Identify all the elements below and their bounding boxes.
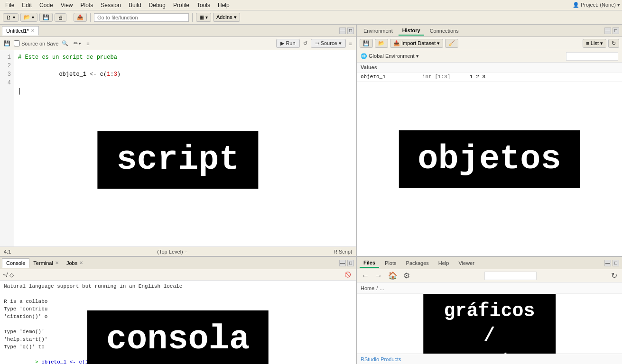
maximize-editor-button[interactable]: □ [347,27,354,34]
clear-env-button[interactable]: 🧹 [445,39,458,48]
home-button[interactable]: 🏠 [386,270,399,281]
env-search-input[interactable] [566,52,618,61]
right-panel: Environment History Connections — □ 💾 📂 … [357,25,622,364]
source-dropdown-button[interactable]: ≡ [347,40,354,47]
magic-wand-button[interactable]: ✏ ▾ [72,39,83,47]
new-file-button[interactable]: 🗋 ▾ [3,13,19,22]
script-overlay: script [97,131,258,189]
print-button[interactable]: 🖨 [55,13,66,22]
back-button[interactable]: ← [360,271,371,281]
breadcrumb-separator: / [376,285,378,291]
env-content[interactable]: Values objeto_1 int [1:3] 1 2 3 objetos [357,63,622,256]
tab-files[interactable]: Files [360,258,379,268]
editor-content[interactable]: 1 2 3 4 # Este es un script de prueba ob… [0,50,356,246]
search-editor-button[interactable]: 🔍 [60,39,70,47]
console-pane-controls: — □ [339,260,354,266]
menu-help[interactable]: Help [214,1,233,9]
jobs-close-icon[interactable]: ✕ [79,260,83,265]
tab-title: Untitled1* [6,28,29,34]
list-view-button[interactable]: ≡ List ▾ [583,39,606,48]
console-content[interactable]: Natural language support but running in … [0,281,356,364]
rstudio-products-link[interactable]: RStudio Products [361,356,401,362]
menu-debug[interactable]: Debug [146,1,169,9]
forward-button[interactable]: → [373,271,384,281]
files-content[interactable]: archivos / gráficos / paquetes / ayuda [357,294,622,354]
tab-environment[interactable]: Environment [360,27,397,35]
console-demo-label: consola [87,310,269,364]
save-history-button[interactable]: 💾 [360,39,373,48]
terminal-close-icon[interactable]: ✕ [55,260,59,265]
archivos-demo-label: archivos / gráficos / paquetes / ayuda [423,294,556,354]
goto-input[interactable] [94,13,189,22]
breadcrumb-path: ... [380,285,384,291]
editor-toolbar: 💾 Source on Save 🔍 ✏ ▾ ≡ ▶ Run ↺ ⇒ Sourc… [0,37,356,50]
objetos-demo-label: objetos [399,130,580,188]
minimize-console-button[interactable]: — [339,260,346,266]
code-line-3: objeto_1 <- c(1:3) [18,62,352,87]
minimize-editor-button[interactable]: — [339,27,346,34]
tab-history[interactable]: History [399,26,424,36]
files-search-input[interactable] [484,272,537,280]
env-toolbar: 💾 📂 📥 Import Dataset ▾ 🧹 ≡ List ▾ ↻ [357,37,622,50]
objetos-overlay: objetos [399,130,580,188]
env-variable-row[interactable]: objeto_1 int [1:3] 1 2 3 [357,73,622,82]
layout-button[interactable]: ▦ ▾ [196,13,211,22]
minimize-files-button[interactable]: — [604,260,611,266]
addins-button[interactable]: Addins ▾ [213,13,240,22]
run-button[interactable]: ▶ Run [276,39,299,48]
environment-pane: Environment History Connections — □ 💾 📂 … [357,25,622,257]
refresh-files-button[interactable]: ↻ [609,270,619,281]
source-on-save-checkbox[interactable] [14,40,20,46]
tab-plots[interactable]: Plots [381,259,400,267]
editor-tab-untitled1[interactable]: Untitled1* ✕ [2,26,39,36]
tab-help[interactable]: Help [435,259,453,267]
minimize-env-button[interactable]: — [604,27,611,34]
menu-session[interactable]: Session [97,1,124,9]
rerun-button[interactable]: ↺ [301,39,309,47]
editor-pane-controls: — □ [339,27,354,34]
more-files-button[interactable]: ⚙ [401,270,412,281]
open-file-button[interactable]: 📂 ▾ [20,13,37,22]
menu-file[interactable]: File [2,1,18,9]
console-overlay: consola [87,310,269,364]
console-pane: Console Terminal ✕ Jobs ✕ — □ ~/ ◇ 🚫 [0,257,356,364]
console-path: ~/ ◇ [3,271,14,279]
compile-button[interactable]: ≡ [84,40,91,47]
files-tabs: Files Plots Packages Help Viewer — □ [357,257,622,269]
tab-jobs[interactable]: Jobs ✕ [63,259,87,267]
load-history-button[interactable]: 📂 [375,39,388,48]
tab-packages[interactable]: Packages [402,259,433,267]
share-button[interactable]: 📤 [74,13,87,22]
menu-view[interactable]: View [57,1,76,9]
menu-tools[interactable]: Tools [194,1,214,9]
env-scope: 🌐 Global Environment ▾ [357,50,622,63]
save-editor-button[interactable]: 💾 [2,39,12,47]
tab-close-icon[interactable]: ✕ [31,28,35,33]
maximize-env-button[interactable]: □ [613,27,619,34]
menu-plots[interactable]: Plots [77,1,97,9]
maximize-console-button[interactable]: □ [347,260,354,266]
global-env-dropdown[interactable]: 🌐 Global Environment ▾ [361,53,419,59]
import-dataset-button[interactable]: 📥 Import Dataset ▾ [390,39,443,48]
tab-viewer[interactable]: Viewer [455,259,478,267]
main-layout: Untitled1* ✕ — □ 💾 Source on Save 🔍 ✏ ▾ … [0,25,622,364]
breadcrumb-home[interactable]: Home [361,285,374,291]
source-on-save-label[interactable]: Source on Save [14,40,58,46]
tab-terminal[interactable]: Terminal ✕ [29,259,63,267]
tab-console[interactable]: Console [2,258,29,268]
archivos-overlay: archivos / gráficos / paquetes / ayuda [423,294,556,354]
save-button[interactable]: 💾 [39,13,53,22]
tab-connections[interactable]: Connections [426,27,463,35]
maximize-files-button[interactable]: □ [613,260,619,266]
menu-edit[interactable]: Edit [19,1,35,9]
console-prompt-1: > [35,359,41,364]
source-button[interactable]: ⇒ Source ▾ [311,39,346,48]
code-line-4: │ [18,87,352,96]
project-label[interactable]: 👤 Project: (None) ▾ [573,2,620,8]
menu-profile[interactable]: Profile [170,1,193,9]
menu-build[interactable]: Build [125,1,145,9]
menu-code[interactable]: Code [36,1,56,9]
files-statusbar[interactable]: RStudio Products [357,354,622,364]
clear-console-button[interactable]: 🚫 [343,271,353,279]
refresh-env-button[interactable]: ↻ [608,39,619,48]
